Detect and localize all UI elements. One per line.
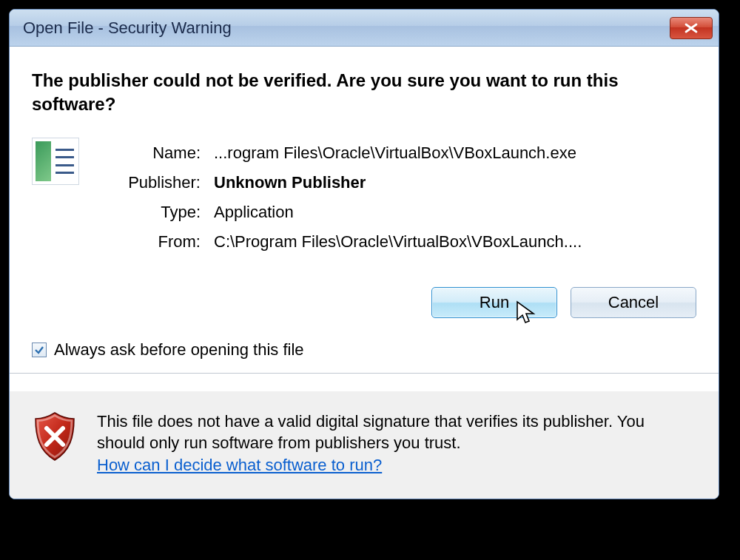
application-file-icon [32,138,79,185]
from-value: C:\Program Files\Oracle\VirtualBox\VBoxL… [208,228,588,256]
window-title: Open File - Security Warning [23,18,232,38]
cancel-button[interactable]: Cancel [571,287,696,318]
shield-warning-icon [32,411,78,462]
button-row: Run Cancel [32,287,696,318]
close-icon [684,23,698,33]
file-info-row: Name: ...rogram Files\Oracle\VirtualBox\… [32,138,696,257]
name-value: ...rogram Files\Oracle\VirtualBox\VBoxLa… [208,139,588,167]
always-ask-checkbox[interactable] [32,343,47,357]
publisher-label: Publisher: [103,169,206,197]
checkmark-icon [34,345,44,355]
name-label: Name: [103,139,206,167]
type-value: Application [208,198,588,226]
file-info-table: Name: ...rogram Files\Oracle\VirtualBox\… [101,138,589,257]
security-warning-dialog: Open File - Security Warning The publish… [9,9,719,499]
warning-headline: The publisher could not be verified. Are… [32,69,696,117]
close-button[interactable] [670,17,713,39]
footer-text-block: This file does not have a valid digital … [97,411,696,476]
footer: This file does not have a valid digital … [10,391,719,499]
always-ask-row: Always ask before opening this file [32,340,696,360]
type-label: Type: [103,198,206,226]
titlebar[interactable]: Open File - Security Warning [10,10,719,47]
always-ask-label: Always ask before opening this file [54,340,304,360]
help-link[interactable]: How can I decide what software to run? [97,456,382,474]
publisher-value: Unknown Publisher [208,169,588,197]
from-label: From: [103,228,206,256]
dialog-content: The publisher could not be verified. Are… [10,47,719,391]
run-button[interactable]: Run [431,287,557,318]
footer-message: This file does not have a valid digital … [97,412,645,453]
divider [10,373,719,374]
